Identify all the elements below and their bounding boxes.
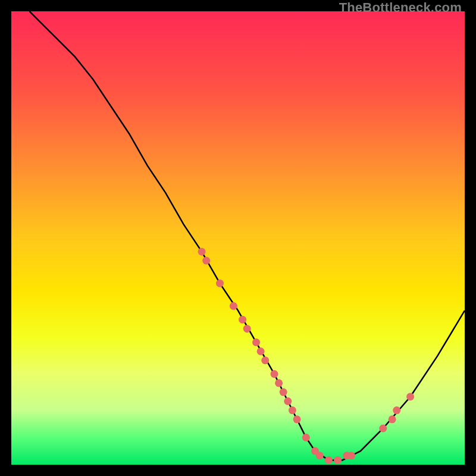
curve-marker — [406, 393, 414, 400]
curve-marker — [252, 339, 260, 346]
curve-marker — [230, 302, 237, 310]
curve-markers — [198, 248, 415, 464]
chart-svg — [11, 11, 465, 465]
curve-marker — [202, 257, 210, 265]
curve-marker — [316, 452, 324, 459]
curve-marker — [393, 406, 400, 414]
curve-marker — [261, 356, 269, 364]
curve-marker — [239, 316, 246, 324]
curve-marker — [216, 280, 224, 287]
bottleneck-curve — [30, 11, 465, 460]
curve-marker — [334, 456, 342, 464]
curve-marker — [379, 425, 387, 433]
chart-frame: TheBottleneck.com — [0, 0, 476, 476]
curve-marker — [347, 452, 355, 459]
curve-marker — [284, 397, 292, 405]
curve-marker — [325, 456, 333, 464]
curve-marker — [280, 389, 287, 396]
curve-marker — [289, 406, 296, 414]
curve-line — [30, 11, 465, 460]
curve-marker — [389, 415, 396, 423]
curve-marker — [275, 379, 283, 387]
attribution-text: TheBottleneck.com — [339, 0, 462, 15]
curve-marker — [257, 347, 265, 355]
curve-marker — [293, 415, 301, 423]
curve-marker — [302, 434, 310, 441]
curve-marker — [198, 248, 206, 255]
curve-marker — [271, 370, 278, 378]
curve-marker — [243, 325, 251, 333]
